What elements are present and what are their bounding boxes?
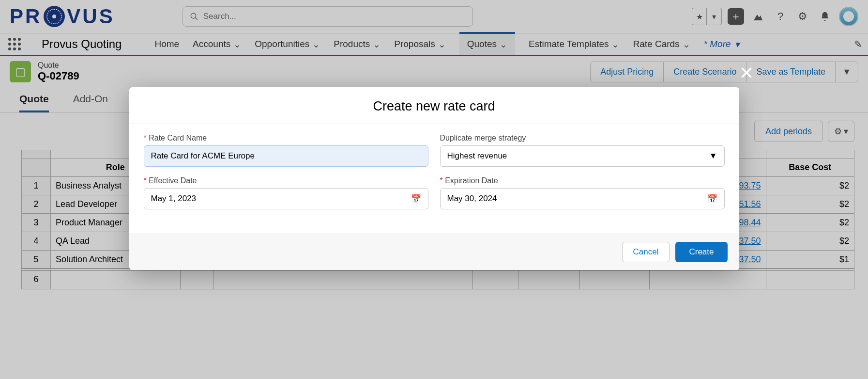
rate-card-name-label: Rate Card Name <box>144 134 428 142</box>
create-button[interactable]: Create <box>675 242 727 262</box>
cancel-button[interactable]: Cancel <box>622 242 670 262</box>
duplicate-strategy-select[interactable]: Highest revenue▼ <box>440 145 725 167</box>
create-rate-card-modal: Create new rate card Rate Card Name Rate… <box>129 87 739 270</box>
effective-date-label: Effective Date <box>144 176 428 185</box>
calendar-icon[interactable]: 📅 <box>411 194 421 204</box>
effective-date-input[interactable]: May 1, 2023📅 <box>144 188 428 209</box>
expiration-date-label: Expiration Date <box>440 176 725 185</box>
calendar-icon[interactable]: 📅 <box>707 194 717 204</box>
duplicate-strategy-label: Duplicate merge strategy <box>440 134 725 142</box>
modal-title: Create new rate card <box>129 87 739 124</box>
expiration-date-input[interactable]: May 30, 2024📅 <box>440 188 725 209</box>
modal-close-button[interactable]: ✕ <box>739 63 754 83</box>
rate-card-name-input[interactable]: Rate Card for ACME Europe <box>144 145 428 167</box>
chevron-down-icon: ▼ <box>709 151 717 161</box>
